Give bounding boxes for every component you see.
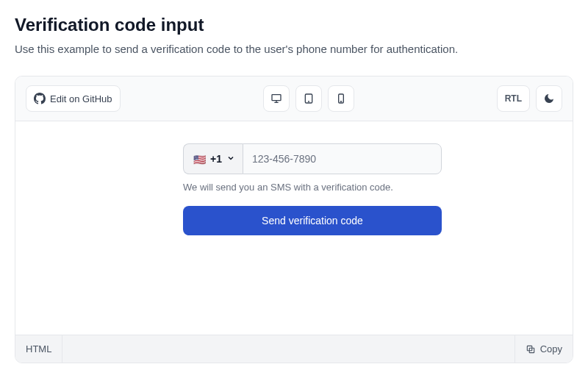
chevron-down-icon	[226, 153, 235, 165]
preview-area: 🇺🇸 +1 We will send you an SMS with a ver…	[15, 121, 573, 335]
tablet-icon	[303, 93, 315, 104]
edit-on-github-button[interactable]: Edit on GitHub	[26, 85, 121, 112]
edit-on-github-label: Edit on GitHub	[50, 93, 112, 104]
code-tab-label: HTML	[26, 343, 51, 354]
moon-icon	[543, 93, 555, 104]
desktop-icon	[270, 93, 282, 104]
page-subtitle: Use this example to send a verification …	[15, 43, 573, 55]
code-tab-html[interactable]: HTML	[15, 335, 62, 363]
flag-icon: 🇺🇸	[193, 154, 206, 164]
card-toolbar: Edit on GitHub RTL	[15, 76, 573, 121]
demo-card: Edit on GitHub RTL	[15, 76, 573, 363]
dark-mode-toggle-button[interactable]	[536, 85, 562, 112]
verification-form: 🇺🇸 +1 We will send you an SMS with a ver…	[183, 143, 442, 235]
tablet-viewport-button[interactable]	[295, 85, 322, 112]
send-verification-button[interactable]: Send verification code	[183, 206, 442, 235]
toolbar-right-group: RTL	[497, 85, 562, 112]
phone-input-group: 🇺🇸 +1	[183, 143, 442, 174]
page-title: Verification code input	[15, 15, 573, 35]
helper-text: We will send you an SMS with a verificat…	[183, 182, 442, 193]
copy-button[interactable]: Copy	[514, 335, 573, 363]
card-footer: HTML Copy	[15, 335, 573, 363]
rtl-label: RTL	[505, 93, 522, 104]
svg-rect-0	[272, 95, 281, 101]
svg-point-2	[308, 101, 309, 102]
rtl-toggle-button[interactable]: RTL	[497, 85, 530, 112]
country-code-label: +1	[210, 153, 222, 165]
viewport-toggle-group	[263, 85, 354, 112]
phone-number-input[interactable]	[243, 143, 442, 174]
mobile-icon	[335, 93, 347, 104]
country-code-dropdown[interactable]: 🇺🇸 +1	[183, 143, 243, 174]
copy-icon	[526, 344, 536, 354]
mobile-viewport-button[interactable]	[328, 85, 354, 112]
github-icon	[34, 93, 46, 104]
desktop-viewport-button[interactable]	[263, 85, 290, 112]
copy-label: Copy	[540, 343, 562, 354]
